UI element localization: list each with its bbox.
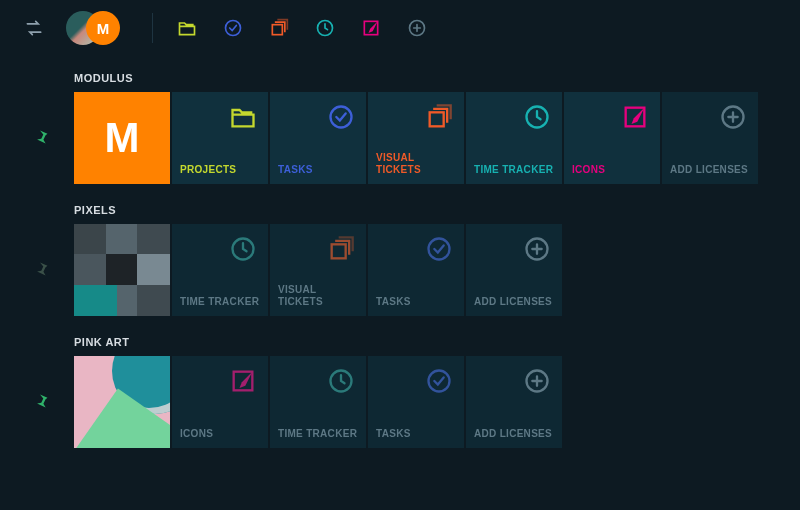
brush-icon <box>228 366 258 396</box>
content: MODULUS M PROJECTS TASKS VISUAL TICKETS <box>0 56 800 488</box>
tile-label: TIME TRACKER <box>474 164 554 176</box>
add-icon[interactable] <box>399 10 435 46</box>
tile-icons[interactable]: ICONS <box>564 92 660 184</box>
folder-icon <box>228 102 258 132</box>
workspace-tile-pinkart[interactable] <box>74 356 170 448</box>
tile-label: TASKS <box>278 164 358 176</box>
pin-icon[interactable] <box>8 224 74 316</box>
section-pixels: PIXELS TIME TRACKER VISUAL TICKETS <box>8 204 780 316</box>
tile-label: ICONS <box>572 164 652 176</box>
workspace-tile-modulus[interactable]: M <box>74 92 170 184</box>
tile-label: ADD LICENSES <box>474 428 554 440</box>
tile-label: VISUAL TICKETS <box>278 284 358 308</box>
plus-circle-icon <box>718 102 748 132</box>
clock-icon <box>326 366 356 396</box>
section-pinkart: PINK ART ICONS TIME TRACKER TASKS <box>8 336 780 448</box>
tile-time-tracker[interactable]: TIME TRACKER <box>270 356 366 448</box>
plus-circle-icon <box>522 234 552 264</box>
tile-icons[interactable]: ICONS <box>172 356 268 448</box>
check-circle-icon <box>326 102 356 132</box>
divider <box>152 13 153 43</box>
section-title: MODULUS <box>74 72 780 84</box>
pin-icon[interactable] <box>8 92 74 184</box>
tile-label: TASKS <box>376 296 456 308</box>
brush-icon <box>620 102 650 132</box>
tile-tasks[interactable]: TASKS <box>270 92 366 184</box>
tile-label: PROJECTS <box>180 164 260 176</box>
pin-icon[interactable] <box>8 356 74 448</box>
tile-tasks[interactable]: TASKS <box>368 224 464 316</box>
section-title: PIXELS <box>74 204 780 216</box>
stack-icon <box>326 234 356 264</box>
tile-visual-tickets[interactable]: VISUAL TICKETS <box>368 92 464 184</box>
avatar-modulus: M <box>86 11 120 45</box>
swap-icon[interactable] <box>16 10 52 46</box>
section-title: PINK ART <box>74 336 780 348</box>
clock-icon <box>522 102 552 132</box>
tile-tasks[interactable]: TASKS <box>368 356 464 448</box>
workspace-switcher[interactable]: M <box>66 10 122 46</box>
tile-label: ICONS <box>180 428 260 440</box>
stack-icon <box>424 102 454 132</box>
tile-label: TIME TRACKER <box>180 296 260 308</box>
time-tracker-icon[interactable] <box>307 10 343 46</box>
tile-label: TIME TRACKER <box>278 428 358 440</box>
tile-time-tracker[interactable]: TIME TRACKER <box>466 92 562 184</box>
tile-label: ADD LICENSES <box>670 164 750 176</box>
tile-time-tracker[interactable]: TIME TRACKER <box>172 224 268 316</box>
tile-projects[interactable]: PROJECTS <box>172 92 268 184</box>
tile-add-licenses[interactable]: ADD LICENSES <box>466 356 562 448</box>
clock-icon <box>228 234 258 264</box>
projects-icon[interactable] <box>169 10 205 46</box>
check-circle-icon <box>424 366 454 396</box>
tasks-icon[interactable] <box>215 10 251 46</box>
tile-add-licenses[interactable]: ADD LICENSES <box>662 92 758 184</box>
tile-label: TASKS <box>376 428 456 440</box>
visual-tickets-icon[interactable] <box>261 10 297 46</box>
tile-label: ADD LICENSES <box>474 296 554 308</box>
check-circle-icon <box>424 234 454 264</box>
section-modulus: MODULUS M PROJECTS TASKS VISUAL TICKETS <box>8 72 780 184</box>
tile-visual-tickets[interactable]: VISUAL TICKETS <box>270 224 366 316</box>
topbar: M <box>0 0 800 56</box>
plus-circle-icon <box>522 366 552 396</box>
tile-add-licenses[interactable]: ADD LICENSES <box>466 224 562 316</box>
icons-icon[interactable] <box>353 10 389 46</box>
workspace-tile-pixels[interactable] <box>74 224 170 316</box>
tile-label: VISUAL TICKETS <box>376 152 456 176</box>
